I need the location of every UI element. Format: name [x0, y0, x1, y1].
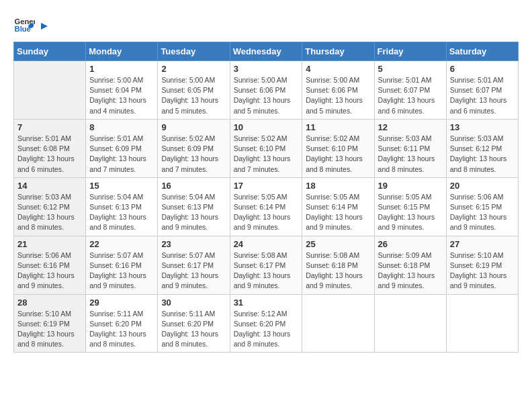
day-number: 28 — [17, 298, 82, 308]
day-number: 9 — [161, 122, 226, 132]
calendar-day-cell: 8Sunrise: 5:01 AM Sunset: 6:09 PM Daylig… — [86, 119, 158, 177]
calendar-day-cell: 25Sunrise: 5:08 AM Sunset: 6:18 PM Dayli… — [302, 236, 374, 294]
weekday-header-cell: Saturday — [446, 42, 518, 61]
day-info: Sunrise: 5:09 AM Sunset: 6:18 PM Dayligh… — [378, 250, 443, 291]
day-info: Sunrise: 5:03 AM Sunset: 6:11 PM Dayligh… — [378, 134, 443, 175]
day-info: Sunrise: 5:05 AM Sunset: 6:14 PM Dayligh… — [306, 192, 370, 233]
calendar-week-row: 7Sunrise: 5:01 AM Sunset: 6:08 PM Daylig… — [14, 119, 519, 177]
calendar-day-cell — [446, 294, 518, 353]
day-info: Sunrise: 5:07 AM Sunset: 6:16 PM Dayligh… — [89, 250, 154, 291]
weekday-header-cell: Friday — [374, 42, 446, 61]
calendar-day-cell: 6Sunrise: 5:01 AM Sunset: 6:07 PM Daylig… — [446, 61, 518, 120]
calendar-body: 1Sunrise: 5:00 AM Sunset: 6:04 PM Daylig… — [14, 61, 519, 353]
day-number: 27 — [450, 239, 515, 249]
day-info: Sunrise: 5:03 AM Sunset: 6:12 PM Dayligh… — [17, 192, 82, 233]
day-number: 15 — [89, 181, 154, 191]
day-number: 4 — [306, 64, 370, 74]
day-info: Sunrise: 5:06 AM Sunset: 6:16 PM Dayligh… — [17, 250, 82, 291]
weekday-header-row: SundayMondayTuesdayWednesdayThursdayFrid… — [14, 42, 519, 61]
day-info: Sunrise: 5:00 AM Sunset: 6:06 PM Dayligh… — [234, 75, 299, 116]
day-number: 24 — [234, 239, 299, 249]
svg-marker-2 — [41, 23, 48, 30]
weekday-header-cell: Monday — [86, 42, 158, 61]
day-info: Sunrise: 5:03 AM Sunset: 6:12 PM Dayligh… — [450, 134, 515, 175]
day-number: 19 — [378, 181, 443, 191]
day-number: 23 — [161, 239, 226, 249]
calendar-day-cell: 10Sunrise: 5:02 AM Sunset: 6:10 PM Dayli… — [230, 119, 302, 177]
day-info: Sunrise: 5:05 AM Sunset: 6:15 PM Dayligh… — [378, 192, 443, 233]
calendar-day-cell: 14Sunrise: 5:03 AM Sunset: 6:12 PM Dayli… — [14, 177, 86, 236]
day-info: Sunrise: 5:07 AM Sunset: 6:17 PM Dayligh… — [161, 250, 226, 291]
calendar-day-cell: 18Sunrise: 5:05 AM Sunset: 6:14 PM Dayli… — [302, 177, 374, 236]
day-number: 2 — [161, 64, 226, 74]
day-info: Sunrise: 5:01 AM Sunset: 6:07 PM Dayligh… — [450, 75, 515, 116]
day-info: Sunrise: 5:01 AM Sunset: 6:07 PM Dayligh… — [378, 75, 443, 116]
calendar-day-cell: 24Sunrise: 5:08 AM Sunset: 6:17 PM Dayli… — [230, 236, 302, 294]
day-info: Sunrise: 5:06 AM Sunset: 6:15 PM Dayligh… — [450, 192, 515, 233]
day-info: Sunrise: 5:00 AM Sunset: 6:04 PM Dayligh… — [89, 75, 154, 116]
day-number: 22 — [89, 239, 154, 249]
svg-text:Blue: Blue — [15, 25, 31, 33]
day-number: 6 — [450, 64, 515, 74]
day-number: 13 — [450, 122, 515, 132]
day-info: Sunrise: 5:10 AM Sunset: 6:19 PM Dayligh… — [450, 250, 515, 291]
calendar-day-cell — [14, 61, 86, 120]
calendar-day-cell: 31Sunrise: 5:12 AM Sunset: 6:20 PM Dayli… — [230, 294, 302, 353]
day-info: Sunrise: 5:02 AM Sunset: 6:10 PM Dayligh… — [234, 134, 299, 175]
calendar-day-cell: 15Sunrise: 5:04 AM Sunset: 6:13 PM Dayli… — [86, 177, 158, 236]
day-info: Sunrise: 5:00 AM Sunset: 6:06 PM Dayligh… — [306, 75, 370, 116]
calendar-day-cell: 7Sunrise: 5:01 AM Sunset: 6:08 PM Daylig… — [14, 119, 86, 177]
logo-arrow-icon — [38, 20, 50, 32]
logo: General Blue — [13, 13, 50, 35]
calendar-day-cell: 28Sunrise: 5:10 AM Sunset: 6:19 PM Dayli… — [14, 294, 86, 353]
day-number: 8 — [89, 122, 154, 132]
calendar-week-row: 1Sunrise: 5:00 AM Sunset: 6:04 PM Daylig… — [14, 61, 519, 120]
day-number: 25 — [306, 239, 370, 249]
weekday-header-cell: Wednesday — [230, 42, 302, 61]
day-number: 29 — [89, 298, 154, 308]
day-info: Sunrise: 5:02 AM Sunset: 6:09 PM Dayligh… — [161, 134, 226, 175]
calendar-day-cell — [374, 294, 446, 353]
calendar-day-cell: 19Sunrise: 5:05 AM Sunset: 6:15 PM Dayli… — [374, 177, 446, 236]
calendar-week-row: 14Sunrise: 5:03 AM Sunset: 6:12 PM Dayli… — [14, 177, 519, 236]
calendar-day-cell: 9Sunrise: 5:02 AM Sunset: 6:09 PM Daylig… — [158, 119, 230, 177]
day-info: Sunrise: 5:12 AM Sunset: 6:20 PM Dayligh… — [234, 309, 299, 350]
day-info: Sunrise: 5:08 AM Sunset: 6:17 PM Dayligh… — [234, 250, 299, 291]
calendar-day-cell — [302, 294, 374, 353]
day-info: Sunrise: 5:04 AM Sunset: 6:13 PM Dayligh… — [89, 192, 154, 233]
calendar-day-cell: 27Sunrise: 5:10 AM Sunset: 6:19 PM Dayli… — [446, 236, 518, 294]
day-number: 16 — [161, 181, 226, 191]
calendar-day-cell: 13Sunrise: 5:03 AM Sunset: 6:12 PM Dayli… — [446, 119, 518, 177]
calendar-day-cell: 23Sunrise: 5:07 AM Sunset: 6:17 PM Dayli… — [158, 236, 230, 294]
logo-icon: General Blue — [13, 13, 35, 35]
day-number: 3 — [234, 64, 299, 74]
calendar-day-cell: 1Sunrise: 5:00 AM Sunset: 6:04 PM Daylig… — [86, 61, 158, 120]
calendar-day-cell: 4Sunrise: 5:00 AM Sunset: 6:06 PM Daylig… — [302, 61, 374, 120]
weekday-header-cell: Tuesday — [158, 42, 230, 61]
day-number: 17 — [234, 181, 299, 191]
calendar-day-cell: 20Sunrise: 5:06 AM Sunset: 6:15 PM Dayli… — [446, 177, 518, 236]
calendar-day-cell: 17Sunrise: 5:05 AM Sunset: 6:14 PM Dayli… — [230, 177, 302, 236]
calendar-day-cell: 2Sunrise: 5:00 AM Sunset: 6:05 PM Daylig… — [158, 61, 230, 120]
calendar-day-cell: 11Sunrise: 5:02 AM Sunset: 6:10 PM Dayli… — [302, 119, 374, 177]
calendar-week-row: 21Sunrise: 5:06 AM Sunset: 6:16 PM Dayli… — [14, 236, 519, 294]
page-header: General Blue — [13, 13, 519, 35]
calendar-day-cell: 22Sunrise: 5:07 AM Sunset: 6:16 PM Dayli… — [86, 236, 158, 294]
calendar-day-cell: 26Sunrise: 5:09 AM Sunset: 6:18 PM Dayli… — [374, 236, 446, 294]
day-info: Sunrise: 5:01 AM Sunset: 6:08 PM Dayligh… — [17, 134, 82, 175]
calendar-week-row: 28Sunrise: 5:10 AM Sunset: 6:19 PM Dayli… — [14, 294, 519, 353]
day-number: 30 — [161, 298, 226, 308]
weekday-header-cell: Thursday — [302, 42, 374, 61]
day-number: 5 — [378, 64, 443, 74]
day-info: Sunrise: 5:02 AM Sunset: 6:10 PM Dayligh… — [306, 134, 370, 175]
day-number: 10 — [234, 122, 299, 132]
day-info: Sunrise: 5:00 AM Sunset: 6:05 PM Dayligh… — [161, 75, 226, 116]
day-number: 26 — [378, 239, 443, 249]
day-number: 18 — [306, 181, 370, 191]
calendar-day-cell: 3Sunrise: 5:00 AM Sunset: 6:06 PM Daylig… — [230, 61, 302, 120]
calendar-day-cell: 30Sunrise: 5:11 AM Sunset: 6:20 PM Dayli… — [158, 294, 230, 353]
day-info: Sunrise: 5:04 AM Sunset: 6:13 PM Dayligh… — [161, 192, 226, 233]
day-number: 1 — [89, 64, 154, 74]
day-number: 21 — [17, 239, 82, 249]
calendar-day-cell: 29Sunrise: 5:11 AM Sunset: 6:20 PM Dayli… — [86, 294, 158, 353]
